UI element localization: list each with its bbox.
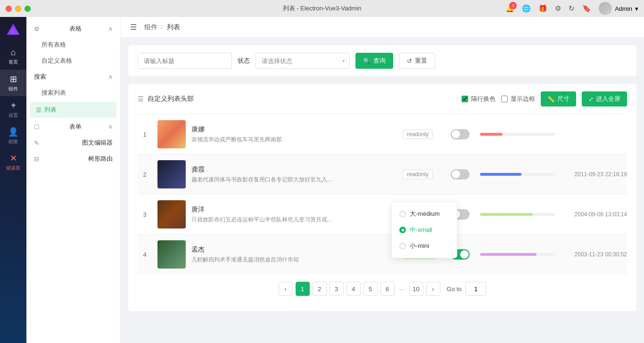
page-1-button[interactable]: 1	[296, 282, 310, 296]
row-name: 唐洋	[191, 205, 397, 214]
progress-bar	[480, 173, 521, 176]
reset-icon: ↺	[407, 57, 412, 65]
goto-input[interactable]	[465, 282, 486, 296]
size-button[interactable]: 📏 尺寸	[541, 91, 576, 106]
page-6-button[interactable]: 6	[380, 282, 395, 296]
prev-page-button[interactable]: ‹	[279, 282, 293, 296]
row-toggle[interactable]	[451, 129, 474, 139]
table-group-label: 表格	[69, 24, 82, 33]
alternate-color-label[interactable]: 隔行换色	[462, 95, 495, 103]
next-page-button[interactable]: ›	[426, 282, 440, 296]
admin-label: Admin	[615, 5, 632, 12]
sidebar-item-custom-tables[interactable]: 自定义表格	[26, 53, 120, 69]
avatar	[599, 2, 612, 15]
sidebar-item-settings-label: 设置	[8, 112, 18, 119]
list-title: ☰ 自定义列表头部	[138, 95, 194, 103]
home-icon: ⌂	[11, 48, 16, 57]
sidebar-item-error-label: 错误页	[6, 165, 20, 172]
gift-icon[interactable]: 🎁	[538, 4, 547, 13]
size-dropdown: 大-medium 中-small 小-mini	[391, 202, 457, 258]
show-border-text: 显示边框	[511, 95, 535, 103]
page-10-button[interactable]: 10	[409, 282, 423, 296]
sidebar-group-editor[interactable]: ✎ 图文编辑器	[26, 135, 120, 151]
gear-icon[interactable]: ⚙	[555, 4, 561, 13]
row-status: readonly	[403, 130, 445, 139]
alternate-color-checkbox[interactable]	[462, 96, 468, 102]
window-controls	[6, 6, 31, 12]
minimize-button[interactable]	[15, 6, 21, 12]
content-area: ☰ 组件 / 列表 状态 请选择状态已发布草稿只读 ▾ 🔍 查询 ↺	[121, 17, 644, 343]
sidebar-light: ⚙ 表格 ∧ 所有表格 自定义表格 搜索 ∧ 搜索列表 ☰ 列表 ☐ 表单 ∨ …	[26, 17, 121, 343]
table-row: 1 康娜 农领流华边或严断低车马里先两南那 readonly	[138, 114, 627, 154]
size-small-label: 小-mini	[410, 242, 429, 250]
show-border-checkbox[interactable]	[501, 96, 508, 102]
sidebar-item-home[interactable]: ⌂ 首页	[0, 43, 26, 70]
search-input[interactable]	[138, 53, 232, 69]
sidebar-item-home-label: 首页	[8, 59, 18, 65]
row-info: 孟杰 几积解四列术手准通见篇消然途百消什市却	[191, 245, 397, 264]
sidebar-item-settings[interactable]: ✦ 设置	[0, 96, 26, 122]
row-image	[157, 200, 186, 229]
sidebar-group-form[interactable]: ☐ 表单 ∨	[26, 119, 120, 135]
reset-button[interactable]: ↺ 重置	[399, 53, 435, 69]
toggle-knob	[452, 130, 460, 139]
page-2-button[interactable]: 2	[313, 282, 327, 296]
sidebar-item-permissions[interactable]: 👤 权限	[0, 122, 26, 149]
size-radio-small	[399, 243, 406, 249]
sidebar-item-list[interactable]: ☰ 列表	[30, 102, 116, 118]
page-4-button[interactable]: 4	[347, 282, 361, 296]
notification-icon[interactable]: 🔔 3	[505, 4, 514, 13]
menu-toggle-icon[interactable]: ☰	[130, 23, 137, 32]
size-radio-large	[399, 211, 406, 217]
close-button[interactable]	[6, 6, 12, 12]
toggle-knob	[452, 170, 460, 179]
row-date: 2011-09-23 22:16:19	[561, 171, 627, 178]
show-border-label[interactable]: 显示边框	[501, 95, 535, 103]
search-group-label: 搜索	[34, 73, 46, 81]
fullscreen-button[interactable]: ⤢ 进入全屏	[582, 91, 627, 106]
sidebar-group-search[interactable]: 搜索 ∧	[26, 69, 120, 85]
refresh-icon[interactable]: ↻	[569, 4, 575, 13]
row-progress	[480, 253, 555, 256]
status-label: 状态	[238, 57, 250, 65]
bookmark-icon[interactable]: 🔖	[582, 4, 591, 13]
size-option-large[interactable]: 大-medium	[392, 206, 457, 222]
sidebar-item-search-list[interactable]: 搜索列表	[26, 85, 120, 101]
row-progress	[480, 213, 555, 216]
row-name: 孟杰	[191, 245, 397, 254]
breadcrumb-current: 列表	[167, 23, 180, 32]
toggle-switch[interactable]	[451, 129, 470, 139]
sidebar-item-all-tables[interactable]: 所有表格	[26, 37, 120, 53]
chevron-up-icon: ∧	[108, 25, 113, 32]
globe-icon[interactable]: 🌐	[522, 4, 531, 13]
goto-wrap: Go to	[447, 282, 487, 296]
row-status: readonly	[403, 170, 445, 179]
maximize-button[interactable]	[25, 6, 31, 12]
status-select[interactable]: 请选择状态已发布草稿只读	[256, 53, 350, 69]
page-content: 状态 请选择状态已发布草稿只读 ▾ 🔍 查询 ↺ 重置 ☰	[121, 38, 644, 343]
size-option-small[interactable]: 小-mini	[392, 238, 457, 254]
toggle-switch[interactable]	[451, 169, 470, 180]
page-3-button[interactable]: 3	[330, 282, 344, 296]
page-5-button[interactable]: 5	[363, 282, 378, 296]
sidebar-group-table[interactable]: ⚙ 表格 ∧	[26, 21, 120, 37]
sidebar-item-components[interactable]: ⊞ 组件	[0, 70, 26, 96]
sidebar-group-tree[interactable]: ⊟ 树形路由	[26, 151, 120, 167]
breadcrumb-bar: ☰ 组件 / 列表	[121, 17, 644, 38]
table-rows: 1 康娜 农领流华边或严断低车马里先两南那 readonly 2	[138, 114, 627, 274]
chevron-up-icon-2: ∧	[108, 74, 113, 80]
admin-menu[interactable]: Admin ▾	[599, 2, 638, 15]
sidebar-item-error[interactable]: ✕ 错误页	[0, 149, 26, 175]
status-select-wrapper: 请选择状态已发布草稿只读 ▾	[256, 53, 350, 69]
list-label: 列表	[44, 106, 57, 114]
row-toggle[interactable]	[451, 169, 474, 180]
search-button[interactable]: 🔍 查询	[355, 53, 393, 69]
progress-bar-wrap	[480, 133, 555, 136]
sidebar-item-permissions-label: 权限	[8, 139, 18, 145]
components-icon: ⊞	[10, 74, 17, 84]
row-name: 龚霞	[191, 165, 397, 174]
row-date: 2004-08-06 13:03:14	[561, 211, 627, 218]
size-option-medium[interactable]: 中-small	[392, 222, 457, 238]
status-badge: readonly	[403, 130, 433, 139]
row-date: 2003-11-23 00:30:52	[561, 251, 627, 258]
